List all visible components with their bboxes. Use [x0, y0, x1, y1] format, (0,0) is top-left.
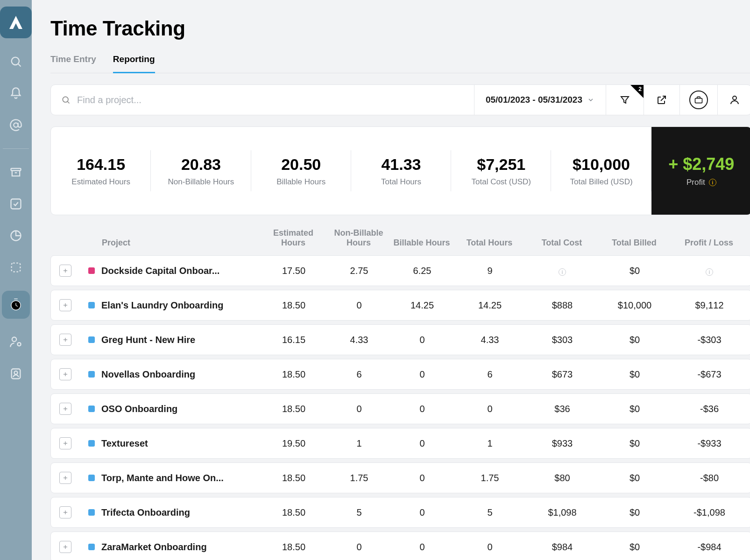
summary-value: + $2,749: [668, 154, 734, 174]
cell-billable: 0: [392, 507, 453, 518]
svg-rect-5: [11, 199, 21, 209]
project-cell[interactable]: Greg Hunt - New Hire: [88, 335, 261, 345]
mentions-icon[interactable]: [7, 117, 24, 133]
project-name: Novellas Onboarding: [101, 369, 195, 380]
cell-billed: $10,000: [597, 300, 672, 311]
archive-icon[interactable]: [7, 164, 24, 181]
cell-estimated: 18.50: [261, 300, 326, 311]
notifications-icon[interactable]: [7, 85, 24, 102]
date-range-text: 05/01/2023 - 05/31/2023: [486, 95, 582, 105]
cell-profit: -$80: [672, 473, 747, 483]
cell-estimated: 19.50: [261, 438, 326, 449]
cell-total: 0: [453, 542, 527, 553]
project-cell[interactable]: Trifecta Onboarding: [88, 507, 261, 518]
project-cell[interactable]: Novellas Onboarding: [88, 369, 261, 380]
expand-button[interactable]: [59, 437, 71, 449]
table-row: Novellas Onboarding18.50606$673$0-$673: [50, 359, 750, 390]
expand-button[interactable]: [59, 541, 71, 553]
cell-cost: $80: [527, 473, 597, 483]
summary-label: Total Hours: [381, 177, 421, 187]
templates-icon[interactable]: [7, 259, 24, 276]
project-color-swatch: [88, 267, 95, 274]
svg-point-12: [14, 371, 18, 374]
cell-profit: -$984: [672, 542, 747, 553]
table-row: Greg Hunt - New Hire16.154.3304.33$303$0…: [50, 324, 750, 355]
search-icon[interactable]: [7, 53, 24, 70]
cell-total: 14.25: [453, 300, 527, 311]
briefcase-button[interactable]: [679, 85, 717, 115]
contacts-icon[interactable]: [7, 365, 24, 382]
summary-label: Total Billed (USD): [570, 177, 632, 187]
info-icon[interactable]: i: [559, 268, 566, 276]
project-name: Torp, Mante and Howe On...: [101, 473, 224, 483]
user-settings-icon[interactable]: [7, 334, 24, 350]
table-header: Project Estimated Hours Non-Billable Hou…: [50, 228, 750, 255]
cell-billed: $0: [597, 438, 672, 449]
svg-point-13: [63, 97, 68, 102]
project-name: OSO Onboarding: [101, 404, 177, 414]
expand-button[interactable]: [59, 265, 71, 277]
svg-line-1: [18, 64, 21, 66]
project-color-swatch: [88, 475, 95, 481]
filter-button[interactable]: 2: [606, 85, 644, 115]
project-cell[interactable]: OSO Onboarding: [88, 404, 261, 414]
info-icon[interactable]: i: [709, 179, 716, 186]
cell-nonbillable: 5: [326, 507, 392, 518]
time-tracking-icon[interactable]: [2, 291, 30, 319]
project-cell[interactable]: Dockside Capital Onboar...: [88, 266, 261, 276]
project-cell[interactable]: Torp, Mante and Howe On...: [88, 473, 261, 483]
cell-billed: $0: [597, 335, 672, 345]
table-row: ZaraMarket Onboarding18.50000$984$0-$984: [50, 532, 750, 560]
cell-cost: $933: [527, 438, 597, 449]
project-cell[interactable]: Textureset: [88, 438, 261, 449]
tasks-icon[interactable]: [7, 196, 24, 212]
cell-cost: $984: [527, 542, 597, 553]
cell-billed: $0: [597, 542, 672, 553]
expand-button[interactable]: [59, 506, 71, 518]
project-color-swatch: [88, 440, 95, 447]
info-icon[interactable]: i: [706, 268, 713, 276]
cell-estimated: 18.50: [261, 542, 326, 553]
cell-nonbillable: 0: [326, 300, 392, 311]
expand-button[interactable]: [59, 403, 71, 415]
summary-value: $10,000: [573, 155, 630, 174]
page-title: Time Tracking: [50, 17, 750, 40]
cell-total: 6: [453, 369, 527, 380]
chevron-down-icon: [587, 96, 594, 104]
project-color-swatch: [88, 509, 95, 516]
expand-button[interactable]: [59, 368, 71, 380]
cell-profit: i: [672, 266, 747, 276]
svg-point-2: [14, 123, 18, 127]
reports-icon[interactable]: [7, 227, 24, 244]
cell-nonbillable: 6: [326, 369, 392, 380]
project-name: Textureset: [101, 438, 148, 449]
date-range-picker[interactable]: 05/01/2023 - 05/31/2023: [474, 85, 606, 115]
cell-cost: $888: [527, 300, 597, 311]
tabs: Time Entry Reporting: [50, 49, 750, 73]
project-color-swatch: [88, 302, 95, 308]
summary-profit: + $2,749 Profit i: [651, 127, 750, 215]
tab-reporting[interactable]: Reporting: [113, 49, 155, 73]
cell-total: 5: [453, 507, 527, 518]
cell-profit: -$303: [672, 335, 747, 345]
user-button[interactable]: [717, 85, 750, 115]
expand-button[interactable]: [59, 472, 71, 484]
svg-point-9: [12, 337, 16, 342]
expand-button[interactable]: [59, 334, 71, 346]
cell-total: 1: [453, 438, 527, 449]
expand-button[interactable]: [59, 299, 71, 311]
export-button[interactable]: [644, 85, 679, 115]
project-cell[interactable]: ZaraMarket Onboarding: [88, 542, 261, 553]
page-header: Time Tracking Time Entry Reporting: [32, 0, 750, 73]
cell-nonbillable: 0: [326, 542, 392, 553]
project-search-input[interactable]: [77, 95, 464, 105]
summary-total-billed: $10,000 Total Billed (USD): [551, 127, 651, 215]
tab-time-entry[interactable]: Time Entry: [50, 49, 96, 73]
cell-cost: $673: [527, 369, 597, 380]
col-estimated: Estimated Hours: [261, 228, 326, 248]
app-logo[interactable]: [0, 7, 32, 38]
cell-profit: -$1,098: [672, 507, 747, 518]
col-profit: Profit / Loss: [672, 238, 746, 248]
cell-total: 1.75: [453, 473, 527, 483]
project-cell[interactable]: Elan's Laundry Onboarding: [88, 300, 261, 311]
